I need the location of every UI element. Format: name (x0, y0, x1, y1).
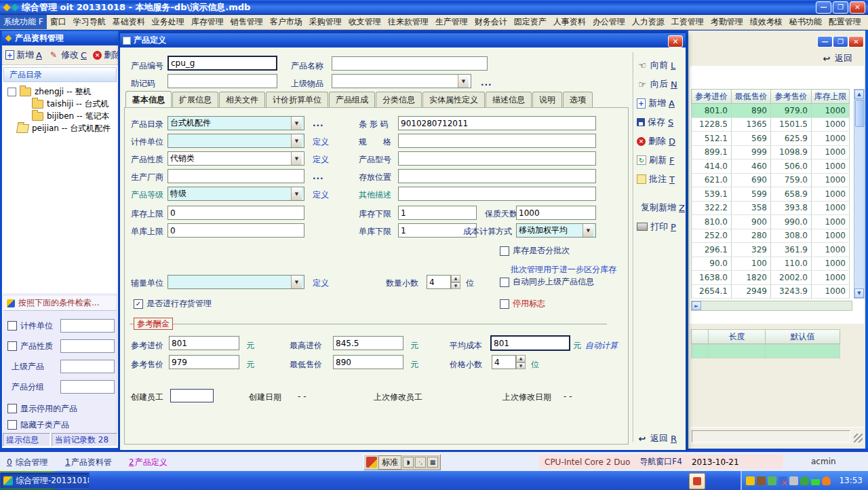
attr-col-blank[interactable] (691, 329, 709, 344)
dialog-side-button[interactable]: 新增A (637, 97, 686, 109)
maximize-button[interactable]: ❐ (833, 1, 848, 14)
child-minimize-button[interactable]: — (817, 36, 833, 48)
menu-item[interactable]: 窗口 (47, 15, 70, 30)
unit-filter-input[interactable] (60, 319, 115, 333)
table-row[interactable]: 801.0 890 979.0 1000 (691, 104, 850, 118)
dialog-tab[interactable]: 产品组成 (329, 92, 375, 108)
sync-parent-checkbox[interactable] (500, 278, 509, 287)
chevron-down-icon[interactable]: ▼ (291, 152, 302, 165)
scroll-right-icon[interactable]: ► (692, 301, 701, 310)
define-grade-link[interactable]: 定义 (313, 189, 329, 201)
nature-select[interactable]: 代销类▼ (167, 151, 304, 166)
catalog-more-button[interactable]: ... (313, 119, 324, 128)
toolbar-button[interactable]: 删除 (93, 49, 118, 61)
tray-icon[interactable] (800, 476, 809, 485)
dialog-return-button[interactable]: 返回R (637, 432, 677, 445)
table-row[interactable]: 539.1 599 658.9 1000 (691, 187, 850, 202)
menu-item[interactable]: 固定资产 (511, 15, 550, 30)
avg-cost-input[interactable]: 801 (490, 335, 570, 351)
hide-subclass-checkbox[interactable] (7, 420, 17, 430)
menu-item[interactable]: 客户市场 (267, 15, 306, 30)
table-row[interactable]: 322.2 358 393.8 1000 (691, 202, 850, 216)
menu-item[interactable]: 系统功能 F (0, 15, 47, 30)
taskbar-task[interactable]: 综合管理-20131018 (0, 472, 90, 489)
grid-column-header[interactable]: 参考售价 (771, 89, 812, 104)
minimize-button[interactable]: — (816, 1, 831, 14)
dialog-tab[interactable]: 扩展信息 (172, 92, 218, 108)
toolbar-button[interactable]: 修改C (48, 49, 87, 61)
table-row[interactable]: 899.1 999 1098.9 1000 (691, 146, 850, 160)
scrollbar-thumb[interactable] (855, 100, 865, 127)
scroll-down-icon[interactable]: ▼ (854, 288, 864, 298)
vertical-scrollbar[interactable]: ▲ ▼ (854, 89, 865, 299)
max-purchase-input[interactable]: 845.5 (333, 336, 403, 350)
parent-item-select[interactable]: ▼ (332, 74, 471, 88)
table-row[interactable]: 1638.0 1820 2002.0 1000 (691, 271, 850, 285)
ime-keyboard-icon[interactable]: ▦ (427, 457, 438, 468)
menu-item[interactable]: 学习导航 (70, 15, 109, 30)
sync-checkbox-row[interactable]: 自动同步上级产品信息 (500, 276, 594, 288)
unit-select[interactable]: ▼ (167, 134, 304, 148)
dialog-side-button[interactable]: 保存S (637, 116, 686, 128)
attr-col-default[interactable]: 默认值 (766, 329, 840, 344)
grade-select[interactable]: 特级▼ (167, 187, 304, 201)
ime-mode-icon[interactable]: ◗ (403, 457, 414, 468)
tree-checkbox[interactable] (7, 88, 16, 96)
dialog-tab[interactable]: 选项 (563, 92, 593, 108)
ime-logo-icon[interactable] (366, 457, 377, 468)
spec-input[interactable] (398, 134, 596, 148)
qty-decimals-input[interactable]: 4 (427, 275, 451, 289)
mnemonic-input[interactable] (167, 74, 277, 88)
table-row[interactable]: 90.0 100 110.0 1000 (691, 257, 850, 271)
chevron-down-icon[interactable]: ▼ (583, 224, 593, 237)
table-row[interactable]: 1228.5 1365 1501.5 1000 (691, 118, 850, 132)
nav-window-hint[interactable]: 导航窗口F4 (639, 456, 682, 468)
menu-item[interactable]: 人力资源 (629, 15, 668, 30)
chevron-down-icon[interactable]: ▼ (291, 117, 302, 130)
product-code-input[interactable]: cpu_g (167, 56, 277, 71)
menu-item[interactable]: 考勤管理 (707, 15, 747, 30)
attr-col-length[interactable]: 长度 (709, 329, 766, 344)
bin-upper-input[interactable]: 0 (167, 223, 304, 238)
other-desc-input[interactable] (398, 187, 596, 201)
table-row[interactable]: 621.0 690 759.0 1000 (691, 174, 850, 188)
tray-icon[interactable] (768, 476, 776, 485)
grid-column-header[interactable]: 最低售价 (732, 89, 771, 104)
manufacturer-more-button[interactable]: ... (313, 172, 324, 181)
tray-icon[interactable] (746, 476, 755, 485)
toggle-show-disabled[interactable]: 显示停用的产品 (7, 402, 77, 415)
list-return-button[interactable]: 返回 (821, 52, 852, 64)
tray-icon[interactable] (789, 476, 798, 485)
stock-upper-input[interactable]: 0 (167, 206, 304, 220)
tree-item-bijiben[interactable]: bijiben -- 笔记本 (32, 111, 110, 122)
attr-grid-selected-row[interactable] (691, 344, 840, 358)
table-row[interactable]: 810.0 900 990.0 1000 (691, 215, 850, 229)
dialog-side-button[interactable]: 向后N (637, 78, 686, 90)
dialog-side-button[interactable]: 向前L (637, 59, 686, 71)
stock-lower-input[interactable]: 1 (398, 206, 477, 220)
define-nature-link[interactable]: 定义 (313, 154, 329, 166)
model-input[interactable] (398, 151, 596, 166)
window-tab-main[interactable]: 0 综合管理 (7, 457, 47, 468)
product-name-input[interactable] (332, 56, 488, 71)
chevron-down-icon[interactable]: ▼ (291, 134, 302, 147)
child-restore-button[interactable]: ❐ (833, 36, 848, 48)
price-decimals-stepper[interactable]: ▲▼ (516, 355, 526, 369)
tray-icon[interactable] (778, 476, 787, 485)
window-tab-product-definition[interactable]: 2产品定义 (129, 457, 167, 468)
table-row[interactable]: 414.0 460 506.0 1000 (691, 159, 850, 174)
disabled-flag-checkbox[interactable] (500, 299, 509, 309)
menu-item[interactable]: 基础资料 (109, 15, 149, 30)
chevron-down-icon[interactable]: ▼ (291, 187, 302, 200)
window-tab-product-data[interactable]: 1产品资料管 (65, 457, 112, 468)
dialog-tab[interactable]: 相关文件 (219, 92, 265, 108)
parent-item-more-button[interactable]: ... (481, 78, 492, 88)
cost-method-select[interactable]: 移动加权平均▼ (516, 223, 596, 238)
dialog-tab[interactable]: 实体属性定义 (422, 92, 485, 108)
menu-item[interactable]: 人事资料 (550, 15, 589, 30)
catalog-select[interactable]: 台式机配件▼ (167, 116, 304, 130)
parent-filter-input[interactable] (60, 360, 115, 373)
dialog-tab[interactable]: 描述信息 (486, 92, 532, 108)
batch-checkbox[interactable] (500, 246, 509, 256)
language-bar-icon[interactable] (689, 473, 705, 489)
